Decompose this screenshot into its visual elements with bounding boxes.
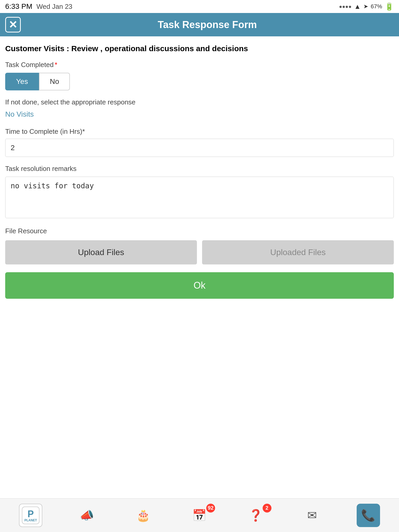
battery-level: 67% (371, 3, 382, 10)
nav-item-envelope[interactable]: ✉ (289, 502, 335, 528)
close-icon: ✕ (9, 19, 17, 30)
svg-text:PLANET: PLANET (24, 518, 37, 522)
nav-item-phone[interactable]: 📞 (345, 502, 392, 528)
remarks-textarea[interactable]: no visits for today (5, 177, 394, 218)
status-date: Wed Jan 23 (36, 3, 72, 11)
file-resource-label: File Resource (5, 227, 394, 235)
time-complete-label: Time to Complete (in Hrs)* (5, 128, 394, 136)
status-bar: 6:33 PM Wed Jan 23 ●●●● ▲ ➤ 67% 🔋 (0, 0, 399, 13)
ok-button[interactable]: Ok (5, 272, 394, 299)
yes-button[interactable]: Yes (5, 73, 39, 90)
remarks-label: Task resolution remarks (5, 165, 394, 173)
page-title: Task Response Form (21, 19, 394, 30)
calendar-badge: 92 (206, 504, 215, 513)
task-completed-label: Task Completed* (5, 61, 394, 69)
nav-item-planet[interactable]: P PLANET (7, 502, 54, 528)
help-badge: 2 (263, 504, 271, 513)
uploaded-files-button[interactable]: Uploaded Files (202, 240, 394, 264)
nav-item-cake[interactable]: 🎂 (120, 502, 167, 528)
nav-item-megaphone[interactable]: 📣 (64, 502, 110, 528)
bottom-navigation: P PLANET 📣 🎂 92 📅 2 ❓ ✉ 📞 (0, 498, 399, 532)
close-button[interactable]: ✕ (5, 17, 21, 32)
if-not-done-label: If not done, select the appropriate resp… (5, 98, 394, 106)
signal-icon: ●●●● (339, 4, 351, 10)
envelope-icon: ✉ (307, 509, 317, 522)
no-button[interactable]: No (39, 73, 70, 90)
time-complete-input[interactable] (5, 139, 394, 157)
nav-item-help[interactable]: 2 ❓ (232, 502, 279, 528)
phone-button[interactable]: 📞 (357, 504, 380, 527)
file-buttons: Upload Files Uploaded Files (5, 240, 394, 264)
nav-item-calendar[interactable]: 92 📅 (176, 502, 223, 528)
megaphone-icon: 📣 (80, 509, 94, 522)
planet-logo-svg: P PLANET (22, 506, 40, 524)
status-time: 6:33 PM (5, 2, 32, 11)
yes-no-group: Yes No (5, 73, 394, 90)
help-icon: ❓ (249, 509, 263, 522)
battery-icon: 🔋 (385, 2, 394, 11)
task-title: Customer Visits : Review , operational d… (5, 44, 394, 53)
wifi-icon: ▲ (354, 3, 361, 11)
form-content: Customer Visits : Review , operational d… (0, 36, 399, 307)
calendar-icon: 📅 (192, 509, 207, 522)
location-icon: ➤ (363, 3, 368, 10)
app-header: ✕ Task Response Form (0, 13, 399, 36)
planet-logo: P PLANET (19, 504, 42, 527)
upload-files-button[interactable]: Upload Files (5, 240, 197, 264)
required-marker: * (55, 61, 57, 69)
no-visits-link[interactable]: No Visits (5, 110, 394, 118)
cake-icon: 🎂 (136, 509, 150, 522)
phone-icon: 📞 (361, 509, 375, 522)
status-icons: ●●●● ▲ ➤ 67% 🔋 (339, 2, 394, 11)
svg-text:P: P (28, 509, 34, 519)
